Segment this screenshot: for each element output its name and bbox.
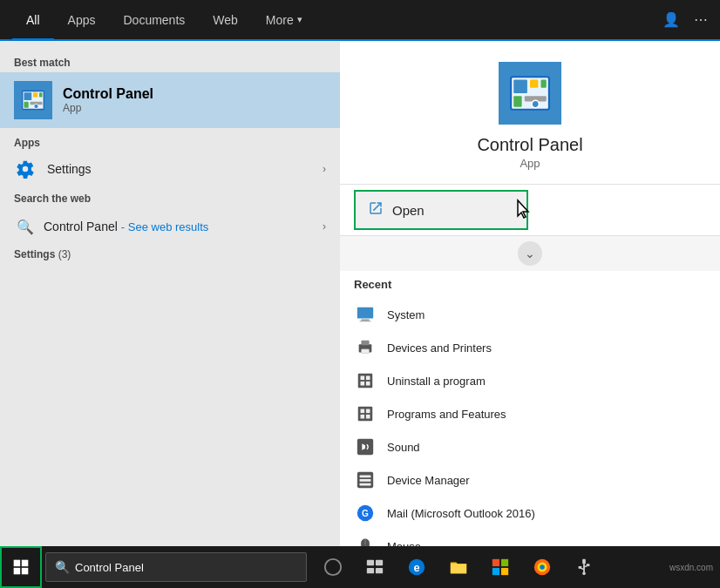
- recent-mail[interactable]: G Mail (Microsoft Outlook 2016): [340, 497, 720, 530]
- svg-rect-19: [361, 341, 369, 346]
- svg-rect-26: [358, 407, 373, 422]
- svg-rect-48: [376, 560, 383, 565]
- best-match-text: Control Panel App: [63, 86, 153, 114]
- svg-rect-11: [513, 96, 521, 107]
- svg-point-59: [540, 564, 545, 570]
- user-icon[interactable]: 👤: [662, 11, 680, 28]
- svg-rect-25: [366, 382, 370, 386]
- tab-web[interactable]: Web: [199, 0, 252, 40]
- settings-list-item[interactable]: Settings ›: [0, 151, 340, 187]
- best-match-item[interactable]: Control Panel App: [0, 72, 340, 128]
- uninstall-icon: [354, 369, 377, 392]
- right-panel: Control Panel App Open: [340, 41, 720, 546]
- svg-rect-56: [501, 568, 508, 575]
- store-button[interactable]: [481, 546, 520, 588]
- edge-browser-button[interactable]: e: [397, 546, 436, 588]
- file-explorer-button[interactable]: [439, 546, 478, 588]
- firefox-button[interactable]: [523, 546, 561, 588]
- recent-uninstall[interactable]: Uninstall a program: [340, 364, 720, 397]
- settings-count: (3): [58, 248, 71, 260]
- open-button[interactable]: Open: [354, 190, 528, 230]
- web-search-sub: - See web results: [121, 220, 208, 233]
- svg-rect-53: [492, 559, 499, 566]
- svg-rect-29: [361, 415, 365, 419]
- svg-rect-44: [14, 568, 21, 575]
- web-search-text: Control Panel: [44, 220, 118, 233]
- settings-section-label: Settings (3): [0, 245, 340, 262]
- recent-sound[interactable]: Sound: [340, 430, 720, 463]
- app-name: Control Panel: [477, 135, 582, 155]
- recent-sound-label: Sound: [387, 441, 420, 454]
- svg-rect-27: [361, 409, 365, 414]
- start-button[interactable]: [0, 546, 42, 588]
- svg-rect-55: [492, 568, 499, 575]
- search-web-icon: 🔍: [14, 215, 37, 238]
- task-view-button[interactable]: [356, 546, 394, 588]
- open-button-container: Open: [340, 184, 720, 236]
- nav-bar: All Apps Documents Web More 👤 ⋯: [0, 0, 720, 41]
- taskbar-system-tray: wsxdn.com: [669, 563, 720, 572]
- taskbar-icons: e: [314, 546, 603, 588]
- taskbar: 🔍 e: [0, 546, 720, 588]
- taskbar-search-input[interactable]: [75, 561, 284, 574]
- svg-rect-47: [367, 560, 374, 565]
- web-search-item[interactable]: 🔍 Control Panel - See web results ›: [0, 208, 340, 245]
- recent-device-manager[interactable]: Device Manager: [340, 463, 720, 497]
- control-panel-icon-large: [14, 81, 52, 119]
- taskbar-search-icon: 🔍: [55, 560, 70, 574]
- recent-programs-features-label: Programs and Features: [387, 408, 506, 421]
- recent-devices-printers-label: Devices and Printers: [387, 341, 492, 355]
- svg-rect-50: [376, 568, 383, 573]
- recent-mail-label: Mail (Microsoft Outlook 2016): [387, 507, 535, 520]
- ellipsis-icon[interactable]: ⋯: [694, 11, 708, 28]
- svg-rect-10: [541, 79, 547, 87]
- svg-rect-9: [530, 79, 538, 87]
- svg-rect-17: [360, 321, 371, 321]
- mail-icon: G: [354, 502, 377, 524]
- svg-rect-36: [360, 483, 371, 486]
- svg-rect-2: [33, 92, 37, 97]
- system-icon: [354, 303, 377, 326]
- cortana-button[interactable]: [314, 546, 352, 588]
- usb-icon[interactable]: [565, 546, 603, 588]
- svg-rect-35: [360, 479, 371, 482]
- watermark-text: wsxdn.com: [669, 563, 713, 572]
- recent-section: Recent: [340, 271, 720, 298]
- svg-rect-49: [367, 568, 374, 573]
- recent-system[interactable]: System: [340, 298, 720, 331]
- web-label: Search the web: [0, 187, 340, 208]
- taskbar-search-bar[interactable]: 🔍: [45, 552, 307, 582]
- tab-documents[interactable]: Documents: [109, 0, 199, 40]
- recent-uninstall-label: Uninstall a program: [387, 375, 486, 388]
- settings-arrow-icon: ›: [323, 163, 326, 175]
- settings-item-label: Settings: [47, 162, 323, 176]
- svg-rect-60: [582, 559, 586, 564]
- svg-rect-8: [513, 79, 527, 93]
- apps-label: Apps: [0, 132, 340, 151]
- app-type: App: [520, 157, 540, 170]
- svg-rect-24: [361, 382, 365, 386]
- recent-system-label: System: [387, 308, 425, 321]
- svg-rect-4: [24, 102, 29, 108]
- svg-rect-16: [361, 320, 369, 321]
- programs-features-icon: [354, 402, 377, 425]
- expand-button[interactable]: ⌄: [518, 241, 542, 266]
- svg-marker-14: [518, 200, 528, 218]
- recent-programs-features[interactable]: Programs and Features: [340, 397, 720, 430]
- svg-text:e: e: [413, 561, 419, 574]
- tab-all[interactable]: All: [12, 0, 54, 40]
- svg-rect-3: [39, 92, 43, 97]
- svg-point-46: [325, 559, 341, 575]
- tab-apps[interactable]: Apps: [54, 0, 110, 40]
- svg-point-6: [34, 104, 38, 108]
- svg-rect-34: [360, 476, 371, 478]
- sound-icon: [354, 436, 377, 458]
- expand-button-area: ⌄: [340, 236, 720, 271]
- svg-rect-21: [358, 374, 373, 389]
- recent-devices-printers[interactable]: Devices and Printers: [340, 331, 720, 364]
- tab-more[interactable]: More: [252, 0, 316, 40]
- main-content: Best match Control Panel App: [0, 41, 720, 546]
- app-hero: Control Panel App: [340, 41, 720, 184]
- svg-rect-28: [366, 409, 370, 414]
- recent-label: Recent: [354, 278, 706, 291]
